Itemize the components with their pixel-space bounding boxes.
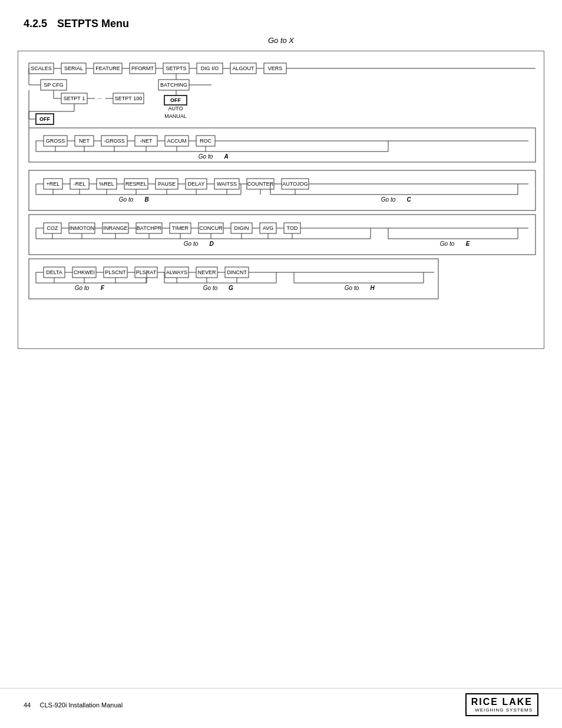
delta-node: DELTA: [46, 269, 62, 275]
spcfg-node: SP CFG: [44, 82, 63, 88]
setpts-node: SETPTS: [166, 65, 186, 71]
goto-f-letter: F: [101, 285, 105, 291]
algout-node: ALGOUT: [232, 65, 254, 71]
batching-off-option: OFF: [170, 97, 181, 103]
accum-node: ACCUM: [167, 138, 187, 144]
goto-h-letter: H: [370, 285, 375, 291]
roc-node: ROC: [200, 138, 212, 144]
batchpr-node: BATCHPR: [137, 225, 162, 231]
svg-rect-60: [29, 170, 535, 210]
goto-x-label: Go to X: [0, 36, 562, 45]
tod-node: TOD: [287, 225, 298, 231]
net-node: NET: [79, 138, 90, 144]
section-name: SETPTS Menu: [57, 18, 129, 29]
goto-e-letter: E: [466, 241, 470, 247]
inrange-node: INRANGE: [103, 225, 127, 231]
goto-c-label: Go to: [381, 196, 396, 203]
brand-name: RICE LAKE: [471, 697, 533, 707]
svg-rect-95: [29, 215, 535, 255]
plsrat-node: PLSRAT: [136, 269, 157, 275]
gross-node: GROSS: [46, 138, 65, 144]
waitss-node: WAITSS: [217, 181, 237, 187]
avg-node: AVG: [263, 225, 273, 231]
digin-node: DIGIN: [234, 225, 249, 231]
always-node: ALWAYS: [166, 269, 187, 275]
section-number: 4.2.5: [24, 18, 47, 29]
chkwei-node: CHKWEI: [74, 269, 95, 275]
diagram-svg: SCALES SERIAL FEATURE PFORMT SETPTS DIG …: [23, 58, 541, 341]
dincnt-node: DINCNT: [227, 269, 247, 275]
plus-rel-node: +REL: [47, 181, 60, 187]
goto-d-letter: D: [209, 241, 213, 247]
scales-node: SCALES: [31, 65, 52, 71]
serial-node: SERIAL: [64, 65, 83, 71]
goto-g-letter: G: [229, 285, 233, 291]
feature-node: FEATURE: [95, 65, 120, 71]
goto-d-label: Go to: [184, 241, 199, 247]
pause-node: PAUSE: [158, 181, 176, 187]
plscnt-node: PLSCNT: [105, 269, 126, 275]
brand-box: RICE LAKE WEIGHING SYSTEMS: [465, 693, 538, 716]
setpts-diagram: SCALES SERIAL FEATURE PFORMT SETPTS DIG …: [18, 51, 544, 349]
goto-g-label: Go to: [203, 285, 218, 291]
coz-node: COZ: [47, 225, 59, 231]
timer-node: TIMER: [172, 225, 189, 231]
goto-f-label: Go to: [75, 285, 90, 291]
footer-right: RICE LAKE WEIGHING SYSTEMS: [465, 693, 538, 716]
page: 4.2.5 SETPTS Menu Go to X SCALES SERIAL …: [0, 0, 562, 728]
footer: 44 CLS-920i Installation Manual RICE LAK…: [0, 688, 562, 716]
minus-gross-node: -GROSS: [104, 138, 125, 144]
resrel-node: RESREL: [125, 181, 147, 187]
goto-a-letter: A: [223, 153, 228, 160]
goto-a-label: Go to: [199, 153, 213, 160]
doc-title: CLS-920i Installation Manual: [40, 701, 123, 709]
goto-b-label: Go to: [119, 196, 134, 203]
footer-left: 44 CLS-920i Installation Manual: [24, 701, 123, 709]
goto-c-letter: C: [406, 196, 411, 203]
svg-rect-130: [29, 259, 438, 299]
vers-node: VERS: [268, 65, 283, 71]
brand-sub: WEIGHING SYSTEMS: [475, 707, 533, 713]
batching-auto-option: AUTO: [168, 106, 183, 111]
goto-h-label: Go to: [345, 285, 359, 291]
batching-manual-option: MANUAL: [164, 113, 187, 119]
off-label: OFF: [39, 116, 50, 122]
delay-node: DELAY: [188, 181, 205, 187]
dots-label: ···: [97, 95, 102, 101]
page-number: 44: [24, 701, 31, 709]
batching-node: BATCHING: [160, 82, 187, 88]
autojog-node: AUTOJOG: [282, 181, 308, 187]
pformt-node: PFORMT: [131, 65, 154, 71]
goto-e-label: Go to: [440, 241, 455, 247]
section-title: 4.2.5 SETPTS Menu: [0, 0, 562, 36]
setpt100-node: SETPT 100: [115, 95, 142, 101]
digio-node: DIG I/O: [201, 65, 219, 71]
minus-rel-node: -REL: [74, 181, 86, 187]
goto-b-letter: B: [144, 196, 148, 203]
setpt1-node: SETPT 1: [64, 95, 85, 101]
concur-node: CONCUR: [199, 225, 223, 231]
minus-net-node: -NET: [140, 138, 153, 144]
pct-rel-node: %REL: [99, 181, 114, 187]
counter-node: COUNTER: [247, 181, 274, 187]
inmoton-node: INMOTON: [70, 225, 94, 231]
never-node: NEVER: [197, 269, 216, 275]
